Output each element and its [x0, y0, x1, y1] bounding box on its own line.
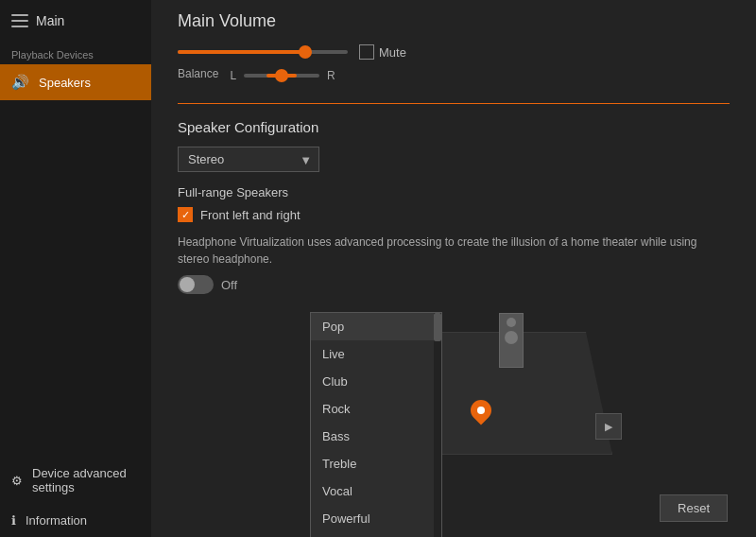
reset-button[interactable]: Reset	[660, 494, 728, 522]
speaker-config-dropdown-wrapper: Stereo Quadraphonic 5.1 Surround 7.1 Sur…	[178, 147, 319, 172]
page-title: Main Volume	[178, 11, 730, 31]
eq-option-rock[interactable]: Rock	[311, 395, 441, 423]
eq-option-powerful[interactable]: Powerful	[311, 505, 441, 532]
fullrange-checkbox-label: Front left and right	[200, 208, 301, 222]
volume-row: Mute	[178, 44, 730, 60]
information-label: Information	[26, 513, 87, 528]
right-speaker-box	[499, 313, 524, 368]
sidebar: Main Playback Devices 🔊 Speakers ⚙ Devic…	[0, 0, 151, 537]
sidebar-section-playback: Playback Devices	[0, 42, 151, 64]
fullrange-checkbox[interactable]	[178, 207, 193, 222]
right-speaker-dot	[507, 318, 516, 327]
eq-scrollbar-thumb	[434, 313, 441, 341]
toggle-knob	[180, 277, 195, 292]
sidebar-information[interactable]: ℹ Information	[0, 504, 151, 537]
eq-option-pop[interactable]: Pop	[311, 313, 441, 340]
eq-dropdown-scrollbar[interactable]	[434, 313, 441, 537]
sidebar-footer: ⚙ Device advanced settings ℹ Information	[0, 457, 151, 537]
location-pin	[471, 400, 491, 421]
menu-icon[interactable]	[11, 14, 28, 27]
eq-option-live[interactable]: Live	[311, 340, 441, 368]
balance-label: Balance	[178, 67, 218, 80]
volume-slider-thumb[interactable]	[299, 45, 312, 59]
eq-option-bass[interactable]: Bass	[311, 423, 441, 450]
toggle-row: Off	[178, 275, 730, 294]
right-speaker-dot2	[505, 331, 518, 344]
virt-toggle[interactable]	[178, 275, 214, 294]
fullrange-title: Full-range Speakers	[178, 185, 730, 199]
play-button[interactable]: ▶	[595, 413, 622, 440]
balance-section: Balance L R	[178, 67, 730, 84]
mute-label: Mute	[379, 45, 406, 60]
divider	[178, 103, 730, 104]
volume-slider-fill	[178, 50, 305, 54]
balance-slider-track[interactable]	[244, 74, 319, 78]
equalizer-dropdown-menu[interactable]: Pop Live Club Rock Bass Treble Vocal Pow…	[310, 312, 442, 537]
speaker-config-dropdown[interactable]: Stereo Quadraphonic 5.1 Surround 7.1 Sur…	[178, 147, 319, 172]
device-advanced-label: Device advanced settings	[32, 466, 140, 494]
eq-option-dance[interactable]: Dance	[311, 532, 441, 537]
balance-l-label: L	[230, 69, 236, 82]
toggle-state-label: Off	[221, 278, 237, 292]
sidebar-main-label: Main	[36, 13, 64, 28]
eq-option-club[interactable]: Club	[311, 368, 441, 395]
speaker-icon: 🔊	[11, 74, 29, 91]
mute-checkbox[interactable]	[359, 44, 374, 60]
info-icon: ℹ	[11, 513, 16, 528]
main-content: Main Volume Mute Balance L R Speaker Con…	[151, 0, 756, 537]
play-icon: ▶	[605, 421, 612, 433]
fullrange-checkbox-row: Front left and right	[178, 207, 730, 222]
volume-slider-track[interactable]	[178, 50, 348, 54]
speaker-config-title: Speaker Configuration	[178, 119, 730, 135]
mute-wrapper: Mute	[359, 44, 406, 60]
balance-r-label: R	[327, 69, 335, 82]
gear-icon: ⚙	[11, 474, 23, 488]
pin-inner	[477, 407, 485, 414]
eq-option-vocal[interactable]: Vocal	[311, 477, 441, 505]
eq-option-treble[interactable]: Treble	[311, 450, 441, 477]
sidebar-speakers-label: Speakers	[39, 76, 91, 90]
sidebar-item-speakers[interactable]: 🔊 Speakers	[0, 64, 151, 100]
virt-description: Headphone Virtualization uses advanced p…	[178, 234, 726, 268]
sidebar-device-advanced[interactable]: ⚙ Device advanced settings	[0, 457, 151, 504]
sidebar-header: Main	[0, 0, 151, 42]
balance-slider-thumb[interactable]	[275, 69, 288, 82]
